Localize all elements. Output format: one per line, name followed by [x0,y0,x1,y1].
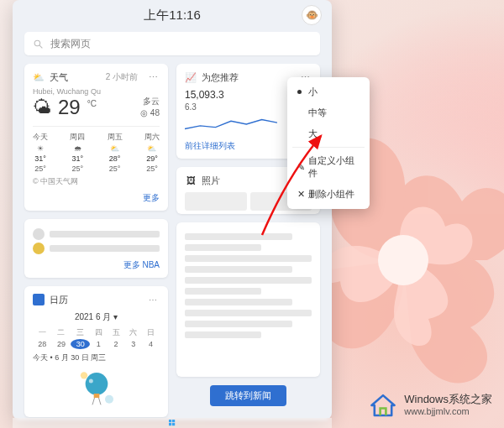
blurred-text [50,245,160,252]
blurred-text [185,331,261,338]
photos-title: 照片 [202,175,220,187]
photos-icon: 🖼 [185,175,197,186]
blurred-text [50,231,160,237]
widget-columns: ⛅ 天气 2 小时前 ⋯ Hubei, Wuchang Qu 🌤 29 °C 多… [13,64,332,420]
user-avatar[interactable]: 🐵 [302,5,322,25]
blurred-text [185,321,292,327]
weather-unit: °C [87,99,97,108]
chevron-down-icon: ▾ [113,312,118,321]
widget-context-menu: 小 中等 大 ✎自定义小组件 ✕删除小组件 [287,77,370,209]
watermark-title: Windows系统之家 [404,393,492,406]
remove-icon: ✕ [297,189,302,200]
svg-point-1 [34,40,40,46]
svg-point-9 [105,395,113,404]
search-placeholder: 搜索网页 [50,37,91,51]
menu-separator [292,147,365,148]
blurred-text [185,277,312,284]
calendar-title: 日历 [50,294,68,306]
svg-rect-13 [172,423,175,425]
photo-thumb[interactable] [185,192,247,211]
team-logo-icon [33,228,45,240]
weather-title: 天气 [50,71,68,84]
svg-line-7 [98,398,101,405]
clock: 上午11:16 [144,8,201,23]
weather-forecast: 今天☀31°25° 周四🌧31°25° 周五⛅28°25° 周六⛅29°25° [33,126,160,173]
forecast-day: 周五⛅28°25° [108,132,123,173]
menu-customize-widget[interactable]: ✎自定义小组件 [287,150,370,184]
news-widget[interactable] [176,222,320,377]
taskbar[interactable] [13,418,332,428]
sports-widget[interactable]: 更多 NBA [24,219,168,278]
house-icon [369,391,397,420]
blurred-text [185,244,261,251]
panel-header: 上午11:16 🐵 [13,0,332,30]
svg-point-8 [80,372,87,378]
calendar-widget[interactable]: 日历 ⋯ 2021 6 月 ▾ 一二三四五六日 2829301234 今天 • … [24,286,168,417]
weather-icon: ⛅ [33,71,45,83]
weather-temp: 29 [58,96,81,119]
svg-point-4 [88,379,92,384]
site-watermark: Windows系统之家 www.bjjmlv.com [369,391,492,420]
weather-source: © 中国天气网 [33,176,160,187]
svg-point-3 [85,373,108,395]
svg-rect-11 [172,420,175,422]
blurred-text [185,288,261,295]
calendar-icon [33,294,45,305]
sports-more-link[interactable]: 更多 NBA [33,259,160,271]
weather-updated: 2 小时前 [106,71,138,83]
pencil-icon: ✎ [297,162,302,173]
svg-line-2 [39,45,42,48]
svg-rect-10 [169,420,171,422]
calendar-grid[interactable]: 一二三四五六日 2829301234 [33,326,160,349]
forecast-day: 周四🌧31°25° [70,132,85,173]
blurred-text [185,310,312,316]
svg-rect-12 [169,423,171,425]
weather-more-icon[interactable]: ⋯ [146,70,160,84]
start-icon[interactable] [169,420,176,426]
menu-size-large[interactable]: 大 [287,123,370,144]
weather-more-link[interactable]: 更多 [33,192,160,204]
bullet-icon [297,90,302,94]
search-input[interactable]: 搜索网页 [24,32,320,55]
watermark-url: www.bjjmlv.com [404,406,492,418]
widgets-panel: 上午11:16 🐵 搜索网页 ⛅ 天气 2 小时前 ⋯ Hubei, Wucha… [13,0,332,420]
calendar-illustration [33,368,160,410]
menu-size-medium[interactable]: 中等 [287,102,370,123]
search-icon [33,39,44,50]
calendar-month: 2021 6 月 ▾ [33,311,160,323]
calendar-more-icon[interactable]: ⋯ [146,293,160,306]
goto-news-button[interactable]: 跳转到新闻 [210,385,286,406]
weather-location: Hubei, Wuchang Qu [33,87,160,96]
blurred-text [185,255,312,262]
recommend-title: 为您推荐 [202,71,239,84]
calendar-today-line: 今天 • 6 月 30 日 周三 [33,352,160,363]
weather-widget[interactable]: ⛅ 天气 2 小时前 ⋯ Hubei, Wuchang Qu 🌤 29 °C 多… [24,64,168,211]
left-column: ⛅ 天气 2 小时前 ⋯ Hubei, Wuchang Qu 🌤 29 °C 多… [24,64,168,410]
weather-desc: 多云◎ 48 [140,96,160,119]
menu-remove-widget[interactable]: ✕删除小组件 [287,184,370,205]
menu-size-small[interactable]: 小 [287,81,370,102]
blurred-text [185,266,292,273]
chart-icon: 📈 [185,71,197,83]
blurred-text [185,233,292,240]
forecast-day: 今天☀31°25° [33,132,48,173]
svg-rect-5 [93,394,99,398]
blurred-text [185,299,292,305]
team-logo-icon [33,243,45,254]
sparkline-icon [185,115,277,133]
weather-current-icon: 🌤 [33,97,51,118]
svg-line-6 [92,398,95,405]
forecast-day: 周六⛅29°25° [144,132,160,173]
